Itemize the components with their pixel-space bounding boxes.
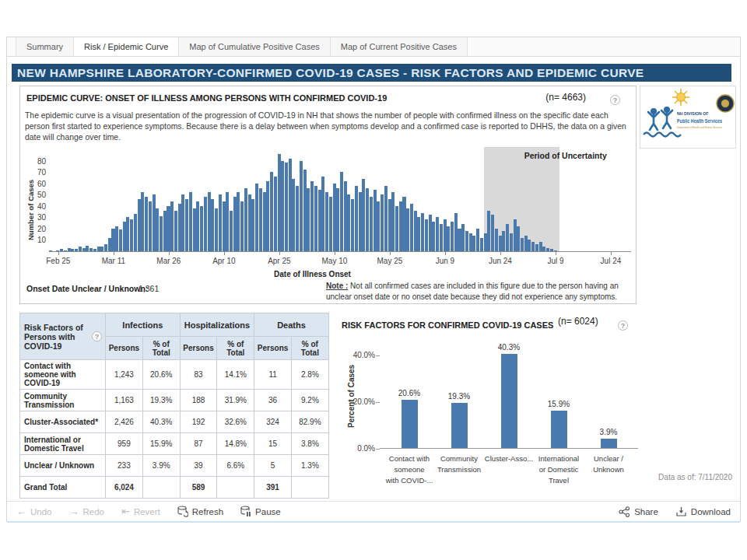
- epi-bar[interactable]: [281, 161, 284, 251]
- epi-bar[interactable]: [402, 197, 405, 251]
- epi-bar[interactable]: [502, 231, 505, 251]
- epi-bar[interactable]: [432, 222, 435, 251]
- epi-bar[interactable]: [487, 211, 490, 251]
- epi-bar[interactable]: [425, 219, 428, 251]
- epi-bar[interactable]: [270, 172, 273, 251]
- row-label[interactable]: Unclear / Unknown: [20, 455, 106, 477]
- table-cell[interactable]: 87: [180, 433, 217, 455]
- table-cell[interactable]: 83: [180, 360, 217, 390]
- epi-bar[interactable]: [517, 226, 520, 251]
- epi-bar[interactable]: [506, 224, 509, 251]
- risk-bar[interactable]: [402, 400, 418, 448]
- epi-bar[interactable]: [160, 216, 163, 251]
- tab-map-cumulative[interactable]: Map of Cumulative Positive Cases: [179, 37, 331, 56]
- epi-bar[interactable]: [310, 181, 314, 251]
- epi-bar[interactable]: [185, 199, 188, 251]
- epi-bar[interactable]: [178, 204, 181, 251]
- table-cell[interactable]: 959: [106, 433, 143, 455]
- epi-bar[interactable]: [119, 229, 122, 251]
- help-icon[interactable]: ?: [610, 95, 620, 105]
- table-cell[interactable]: 391: [254, 477, 292, 499]
- table-cell[interactable]: [292, 477, 329, 499]
- epi-bar[interactable]: [440, 224, 443, 251]
- epi-bar[interactable]: [384, 186, 388, 251]
- table-cell[interactable]: 3.9%: [142, 455, 180, 477]
- epi-bar[interactable]: [480, 238, 483, 251]
- epi-bar[interactable]: [64, 250, 67, 251]
- tab-risk-epidemic-curve[interactable]: Risk / Epidemic Curve: [74, 37, 179, 56]
- epi-bar[interactable]: [240, 201, 244, 251]
- epi-bar[interactable]: [223, 201, 226, 251]
- epi-bar[interactable]: [237, 192, 240, 251]
- epi-bar[interactable]: [344, 181, 347, 251]
- risk-bar[interactable]: [451, 403, 468, 448]
- epi-bar[interactable]: [263, 192, 266, 251]
- epi-bar[interactable]: [296, 186, 299, 251]
- epi-bar[interactable]: [219, 194, 222, 251]
- tab-summary[interactable]: Summary: [16, 37, 74, 56]
- epi-bar[interactable]: [550, 249, 553, 251]
- epi-bar[interactable]: [181, 194, 184, 251]
- table-cell[interactable]: 14.1%: [217, 360, 254, 390]
- epi-bar[interactable]: [130, 219, 133, 251]
- table-cell[interactable]: 14.8%: [217, 433, 254, 455]
- epi-bar[interactable]: [329, 197, 332, 251]
- table-cell[interactable]: 6,024: [106, 477, 143, 499]
- epi-bar[interactable]: [370, 197, 373, 251]
- epi-bar[interactable]: [531, 242, 535, 251]
- epi-bar[interactable]: [278, 154, 281, 251]
- epi-bar[interactable]: [399, 201, 402, 251]
- epi-bar[interactable]: [255, 184, 258, 251]
- table-cell[interactable]: 20.6%: [142, 360, 180, 390]
- table-cell[interactable]: [217, 477, 254, 499]
- epi-bar[interactable]: [528, 240, 531, 251]
- table-cell[interactable]: 6.6%: [217, 455, 254, 477]
- epi-bar[interactable]: [340, 172, 343, 251]
- epi-bar[interactable]: [429, 215, 432, 251]
- epi-bar[interactable]: [189, 192, 192, 251]
- epi-bar[interactable]: [208, 192, 211, 251]
- epi-bar[interactable]: [406, 208, 409, 251]
- table-cell[interactable]: 15.9%: [142, 433, 180, 455]
- table-cell[interactable]: 39: [180, 455, 217, 477]
- epi-bar[interactable]: [68, 248, 71, 251]
- table-cell[interactable]: 2,426: [106, 411, 143, 433]
- epi-bar[interactable]: [289, 159, 292, 251]
- epi-bar[interactable]: [417, 217, 420, 251]
- epi-bar[interactable]: [359, 192, 362, 251]
- epi-bar[interactable]: [233, 197, 237, 251]
- epi-bar[interactable]: [421, 213, 424, 251]
- epi-bar[interactable]: [97, 247, 100, 251]
- epi-bar[interactable]: [292, 179, 295, 251]
- epi-bar[interactable]: [138, 199, 141, 251]
- epi-bar[interactable]: [542, 247, 545, 251]
- epi-bar[interactable]: [347, 194, 350, 251]
- help-icon[interactable]: ?: [618, 320, 628, 331]
- epi-bar[interactable]: [307, 188, 310, 252]
- epi-bar[interactable]: [451, 222, 454, 251]
- row-label[interactable]: Grand Total: [20, 477, 106, 499]
- epi-bar[interactable]: [351, 199, 354, 251]
- epi-bar[interactable]: [100, 247, 103, 251]
- epi-bar[interactable]: [377, 201, 380, 251]
- epi-bar[interactable]: [447, 226, 450, 251]
- share-button[interactable]: Share: [619, 506, 658, 517]
- table-cell[interactable]: 1,243: [106, 360, 143, 390]
- epi-bar[interactable]: [499, 236, 502, 251]
- epi-bar[interactable]: [244, 188, 247, 252]
- epi-bar[interactable]: [170, 201, 174, 251]
- epi-bar[interactable]: [300, 161, 303, 251]
- epi-bar[interactable]: [458, 229, 461, 251]
- epi-bar[interactable]: [108, 238, 111, 251]
- epi-bar[interactable]: [71, 249, 74, 251]
- epi-bar[interactable]: [362, 179, 365, 251]
- epi-bar[interactable]: [251, 199, 254, 251]
- epi-bar[interactable]: [141, 192, 144, 251]
- table-cell[interactable]: [142, 477, 180, 499]
- revert-button[interactable]: ⇤Revert: [121, 506, 160, 517]
- table-cell[interactable]: 82.9%: [292, 411, 329, 433]
- epi-bar[interactable]: [469, 233, 472, 251]
- pause-button[interactable]: Pause: [240, 506, 281, 517]
- epi-bar[interactable]: [495, 229, 498, 251]
- epi-bar[interactable]: [318, 190, 321, 251]
